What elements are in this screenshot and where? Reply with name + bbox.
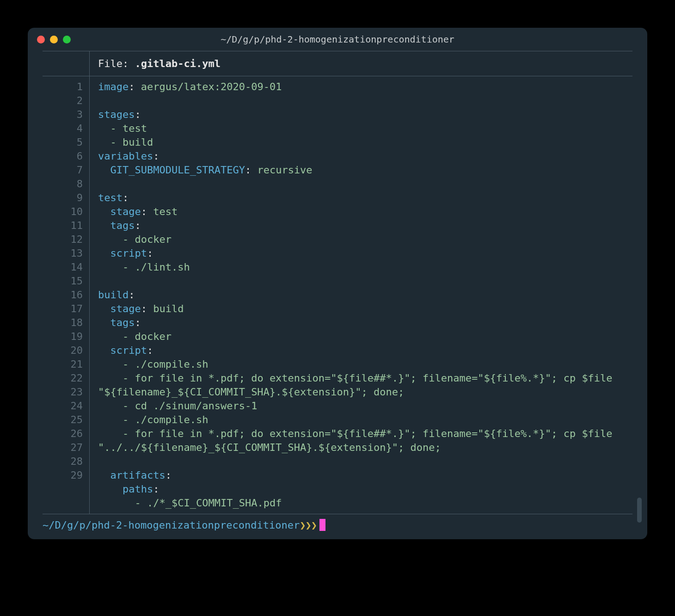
code-line (98, 455, 632, 468)
file-label-prefix: File: (98, 58, 135, 69)
line-number: 14 (43, 260, 83, 274)
line-number: 23 (43, 385, 83, 399)
line-number: 6 (43, 149, 83, 163)
code-line: variables: (98, 149, 632, 163)
code-line (98, 177, 632, 191)
line-number: 17 (43, 302, 83, 316)
terminal-window: ~/D/g/p/phd-2-homogenizationprecondition… (28, 28, 647, 539)
line-number: 27 (43, 441, 83, 455)
close-button[interactable] (37, 36, 45, 43)
line-number: 21 (43, 357, 83, 371)
line-number: 3 (43, 108, 83, 122)
code-line: - docker (98, 233, 632, 246)
prompt-arrows: ❯❯❯ (300, 519, 317, 531)
code-line: GIT_SUBMODULE_STRATEGY: recursive (98, 163, 632, 177)
line-number: 7 (43, 163, 83, 177)
line-number: 5 (43, 136, 83, 149)
file-label: File: .gitlab-ci.yml (90, 51, 229, 76)
file-header: File: .gitlab-ci.yml (43, 51, 632, 76)
code-line: stage: build (98, 302, 632, 316)
line-number: 19 (43, 330, 83, 344)
line-number: 1 (43, 80, 83, 94)
line-number: 24 (43, 399, 83, 413)
line-number: 16 (43, 288, 83, 302)
scrollbar-thumb[interactable] (637, 498, 642, 523)
zoom-button[interactable] (63, 36, 71, 43)
line-number: 13 (43, 246, 83, 260)
code-line: stage: test (98, 205, 632, 219)
cursor (319, 519, 325, 531)
line-number: 18 (43, 316, 83, 330)
code-line: test: (98, 191, 632, 205)
code-line: script: (98, 344, 632, 357)
file-name: .gitlab-ci.yml (135, 58, 220, 69)
code-line: - docker (98, 330, 632, 344)
code-line: - for file in *.pdf; do extension="${fil… (98, 371, 632, 399)
code-line: - cd ./sinum/answers-1 (98, 399, 632, 413)
window-title: ~/D/g/p/phd-2-homogenizationprecondition… (28, 34, 647, 45)
code-line: script: (98, 246, 632, 260)
minimize-button[interactable] (50, 36, 58, 43)
prompt-path: ~/D/g/p/phd-2-homogenizationprecondition… (43, 519, 300, 531)
line-number: 20 (43, 344, 83, 357)
code-line: stages: (98, 108, 632, 122)
code-line: tags: (98, 219, 632, 233)
code-line: image: aergus/latex:2020-09-01 (98, 80, 632, 94)
code-line: - ./compile.sh (98, 357, 632, 371)
code-line: - for file in *.pdf; do extension="${fil… (98, 427, 632, 455)
line-number-gutter: 1234567891011121314151617181920212223242… (43, 76, 90, 514)
line-number: 15 (43, 274, 83, 288)
line-number: 4 (43, 122, 83, 136)
code-line: build: (98, 288, 632, 302)
terminal-content: File: .gitlab-ci.yml 1234567891011121314… (28, 51, 647, 514)
line-number: 22 (43, 371, 83, 385)
code-line (98, 94, 632, 108)
code-body[interactable]: image: aergus/latex:2020-09-01 stages: -… (90, 76, 632, 514)
code-line: - ./lint.sh (98, 260, 632, 274)
line-number: 26 (43, 427, 83, 441)
traffic-lights (37, 36, 71, 43)
gutter-spacer (43, 51, 90, 76)
titlebar: ~/D/g/p/phd-2-homogenizationprecondition… (28, 28, 647, 51)
code-line: paths: (98, 482, 632, 496)
line-number: 8 (43, 177, 83, 191)
line-number: 28 (43, 455, 83, 468)
line-number: 29 (43, 468, 83, 482)
line-number: 25 (43, 413, 83, 427)
line-number: 10 (43, 205, 83, 219)
code-line: artifacts: (98, 468, 632, 482)
code-area: 1234567891011121314151617181920212223242… (43, 76, 632, 514)
code-line: - ./compile.sh (98, 413, 632, 427)
code-line: tags: (98, 316, 632, 330)
line-number: 12 (43, 233, 83, 246)
code-line: - build (98, 136, 632, 149)
code-line (98, 274, 632, 288)
prompt-row[interactable]: ~/D/g/p/phd-2-homogenizationprecondition… (28, 514, 647, 531)
line-number: 9 (43, 191, 83, 205)
line-number: 2 (43, 94, 83, 108)
line-number: 11 (43, 219, 83, 233)
code-line: - test (98, 122, 632, 136)
code-line: - ./*_$CI_COMMIT_SHA.pdf (98, 496, 632, 510)
